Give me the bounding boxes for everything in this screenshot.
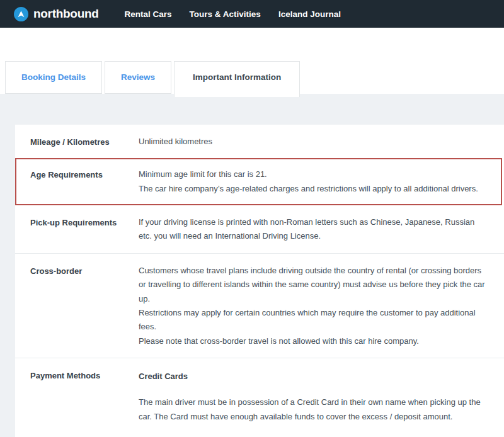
tab-bar: Booking Details Reviews Important Inform…	[0, 28, 504, 94]
primary-nav: Rental Cars Tours & Activities Iceland J…	[116, 9, 350, 19]
tab-reviews[interactable]: Reviews	[105, 61, 171, 94]
row-value-payment-methods: Credit Cards The main driver must be in …	[139, 368, 486, 437]
row-value-pickup-requirements: If your driving license is printed with …	[139, 215, 486, 244]
tab-important-information[interactable]: Important Information	[174, 61, 300, 97]
northbound-logo-icon	[14, 7, 28, 21]
cross-border-advise-text: Customers whose travel plans include dri…	[139, 264, 486, 306]
row-value-age-requirements: Minimum age limit for this car is 21. Th…	[139, 167, 478, 196]
row-value-mileage: Unlimited kilometres	[139, 135, 212, 149]
row-label-mileage: Mileage / Kilometres	[30, 135, 139, 149]
info-row-mileage: Mileage / Kilometres Unlimited kilometre…	[15, 125, 504, 158]
pickup-license-text: If your driving license is printed with …	[139, 215, 486, 244]
row-label-pickup-requirements: Pick-up Requirements	[30, 215, 139, 244]
info-row-age-requirements-highlight: Age Requirements Minimum age limit for t…	[15, 158, 502, 205]
cross-border-restrictions-text: Restrictions may apply for certain count…	[139, 306, 486, 334]
tab-booking-details[interactable]: Booking Details	[5, 61, 102, 94]
info-row-cross-border: Cross-border Customers whose travel plan…	[15, 253, 504, 358]
row-label-payment-methods: Payment Methods	[30, 368, 139, 437]
brand-name: northbound	[33, 7, 99, 21]
credit-card-possession-text: The main driver must be in possession of…	[139, 395, 486, 424]
northbound-logo[interactable]: northbound	[14, 7, 99, 21]
credit-cards-heading: Credit Cards	[139, 370, 486, 383]
age-additional-drivers-text: The car hire company’s age-related charg…	[139, 182, 478, 196]
row-value-cross-border: Customers whose travel plans include dri…	[139, 264, 486, 348]
row-label-cross-border: Cross-border	[30, 264, 139, 348]
top-nav-bar: northbound Rental Cars Tours & Activitie…	[0, 0, 504, 28]
age-minimum-text: Minimum age limit for this car is 21.	[139, 167, 478, 181]
tab-content-background: Mileage / Kilometres Unlimited kilometre…	[0, 94, 504, 437]
nav-item-tours-activities[interactable]: Tours & Activities	[181, 9, 270, 19]
info-row-payment-methods: Payment Methods Credit Cards The main dr…	[15, 358, 504, 437]
nav-item-iceland-journal[interactable]: Iceland Journal	[270, 9, 350, 19]
important-information-panel: Mileage / Kilometres Unlimited kilometre…	[15, 125, 504, 437]
nav-item-rental-cars[interactable]: Rental Cars	[116, 9, 181, 19]
cross-border-not-allowed-text: Please note that cross-border travel is …	[139, 334, 486, 348]
mileage-text: Unlimited kilometres	[139, 135, 212, 149]
info-row-pickup-requirements: Pick-up Requirements If your driving lic…	[15, 205, 504, 253]
row-label-age-requirements: Age Requirements	[30, 167, 139, 196]
